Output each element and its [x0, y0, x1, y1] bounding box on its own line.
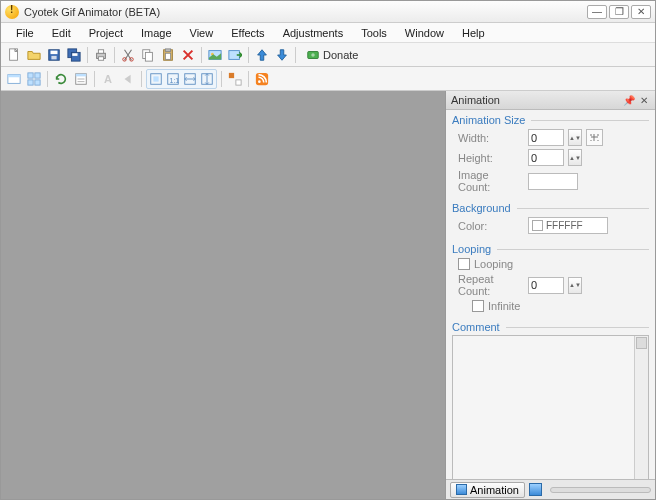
size-picker-button[interactable]	[586, 129, 603, 146]
height-spinner[interactable]: ▲▼	[568, 149, 582, 166]
svg-rect-27	[35, 79, 40, 84]
svg-rect-33	[153, 76, 158, 81]
height-input[interactable]	[528, 149, 564, 166]
legend-background: Background	[452, 202, 511, 214]
donate-icon	[306, 48, 320, 62]
menubar: File Edit Project Image View Effects Adj…	[1, 23, 655, 43]
export-icon[interactable]	[226, 46, 244, 64]
svg-rect-6	[72, 53, 77, 56]
canvas-area[interactable]	[1, 91, 445, 499]
image-count-label: Image Count:	[452, 169, 524, 193]
fieldset-comment: Comment	[452, 321, 649, 479]
paste-icon[interactable]	[159, 46, 177, 64]
pin-icon[interactable]: 📌	[622, 94, 635, 107]
svg-rect-39	[236, 79, 241, 84]
svg-rect-3	[51, 55, 56, 59]
menu-help[interactable]: Help	[453, 25, 494, 41]
zoom-mode-group: 1:1	[146, 69, 217, 89]
repeat-input[interactable]	[528, 277, 564, 294]
frame-view-icon[interactable]	[5, 70, 23, 88]
zoom-height-icon[interactable]	[199, 71, 215, 87]
panel-body: Animation Size Width: ▲▼ Height: ▲▼ Imag…	[446, 110, 655, 479]
svg-rect-25	[35, 72, 40, 77]
copy-icon[interactable]	[139, 46, 157, 64]
close-button[interactable]: ✕	[631, 5, 651, 19]
save-all-icon[interactable]	[65, 46, 83, 64]
color-picker[interactable]: FFFFFF	[528, 217, 608, 234]
zoom-actual-icon[interactable]: 1:1	[165, 71, 181, 87]
refresh-icon[interactable]	[52, 70, 70, 88]
play-back-icon[interactable]	[119, 70, 137, 88]
looping-checkbox[interactable]	[458, 258, 470, 270]
svg-point-21	[311, 53, 315, 57]
tab-scroll-track[interactable]	[550, 487, 651, 493]
thumbnail-view-icon[interactable]	[25, 70, 43, 88]
color-value: FFFFFF	[546, 220, 583, 231]
svg-point-41	[258, 80, 261, 83]
menu-view[interactable]: View	[181, 25, 223, 41]
delete-icon[interactable]	[179, 46, 197, 64]
menu-effects[interactable]: Effects	[222, 25, 273, 41]
svg-rect-23	[8, 74, 20, 77]
new-file-icon[interactable]	[5, 46, 23, 64]
panel-header[interactable]: Animation 📌 ✕	[446, 91, 655, 110]
menu-adjustments[interactable]: Adjustments	[274, 25, 353, 41]
width-spinner[interactable]: ▲▼	[568, 129, 582, 146]
menu-file[interactable]: File	[7, 25, 43, 41]
zoom-fit-icon[interactable]	[148, 71, 164, 87]
fieldset-looping: Looping Looping Repeat Count: ▲▼ Infinit…	[452, 243, 649, 315]
move-down-icon[interactable]	[273, 46, 291, 64]
tab-animation-label: Animation	[470, 484, 519, 496]
feed-icon[interactable]	[253, 70, 271, 88]
menu-tools[interactable]: Tools	[352, 25, 396, 41]
infinite-label: Infinite	[488, 300, 520, 312]
color-label: Color:	[452, 220, 524, 232]
window-title: Cyotek Gif Animator (BETA)	[24, 6, 587, 18]
open-file-icon[interactable]	[25, 46, 43, 64]
titlebar: Cyotek Gif Animator (BETA) — ❐ ✕	[1, 1, 655, 23]
infinite-checkbox[interactable]	[472, 300, 484, 312]
print-icon[interactable]	[92, 46, 110, 64]
fieldset-animation-size: Animation Size Width: ▲▼ Height: ▲▼ Imag…	[452, 114, 649, 196]
svg-rect-2	[51, 50, 58, 54]
tab-animation-icon	[456, 484, 467, 495]
menu-project[interactable]: Project	[80, 25, 132, 41]
svg-rect-29	[76, 73, 87, 76]
menu-edit[interactable]: Edit	[43, 25, 80, 41]
svg-rect-16	[165, 53, 170, 59]
move-up-icon[interactable]	[253, 46, 271, 64]
svg-rect-24	[28, 72, 33, 77]
save-icon[interactable]	[45, 46, 63, 64]
repeat-spinner[interactable]: ▲▼	[568, 277, 582, 294]
cut-icon[interactable]	[119, 46, 137, 64]
tab-secondary-icon[interactable]	[529, 483, 542, 496]
menu-window[interactable]: Window	[396, 25, 453, 41]
svg-rect-26	[28, 79, 33, 84]
svg-text:1:1: 1:1	[170, 76, 180, 83]
width-label: Width:	[452, 132, 524, 144]
zoom-width-icon[interactable]	[182, 71, 198, 87]
panel-close-icon[interactable]: ✕	[637, 94, 650, 107]
repeat-label: Repeat Count:	[452, 273, 524, 297]
comment-textarea[interactable]	[452, 335, 649, 479]
donate-button[interactable]: Donate	[300, 46, 364, 64]
tab-animation[interactable]: Animation	[450, 482, 525, 498]
color-picker-icon[interactable]	[226, 70, 244, 88]
legend-comment: Comment	[452, 321, 500, 333]
comment-scrollbar[interactable]	[634, 336, 648, 479]
maximize-button[interactable]: ❐	[609, 5, 629, 19]
svg-rect-15	[165, 48, 170, 51]
legend-animation-size: Animation Size	[452, 114, 525, 126]
text-tool-icon[interactable]: A	[99, 70, 117, 88]
fieldset-background: Background Color: FFFFFF	[452, 202, 649, 237]
properties-icon[interactable]	[72, 70, 90, 88]
minimize-button[interactable]: —	[587, 5, 607, 19]
preview-icon[interactable]	[206, 46, 224, 64]
looping-label: Looping	[474, 258, 513, 270]
panel-tabstrip: Animation	[446, 479, 655, 499]
width-input[interactable]	[528, 129, 564, 146]
svg-rect-8	[98, 49, 103, 53]
height-label: Height:	[452, 152, 524, 164]
menu-image[interactable]: Image	[132, 25, 181, 41]
toolbar-secondary: A 1:1	[1, 67, 655, 91]
